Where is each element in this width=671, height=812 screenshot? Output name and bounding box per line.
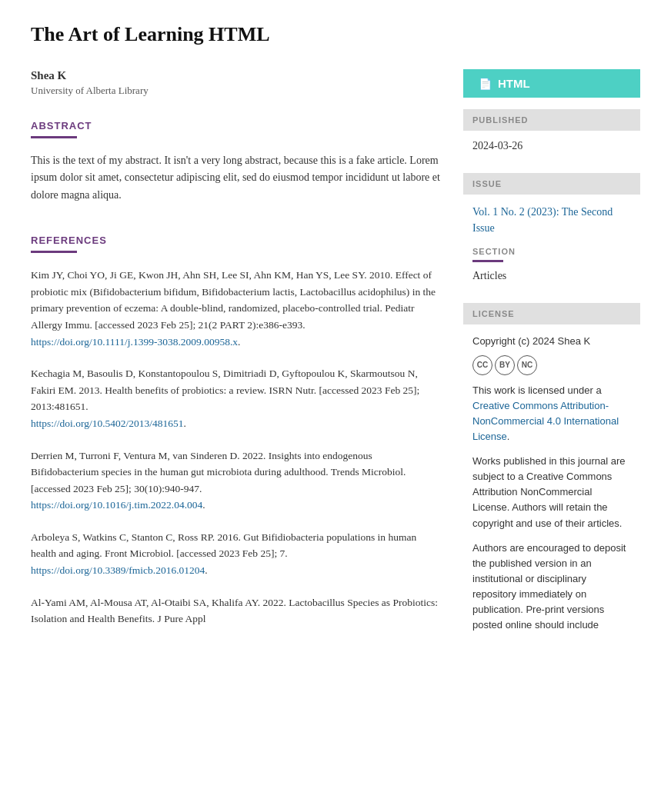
author-name: Shea K <box>31 69 440 82</box>
list-item: Derrien M, Turroni F, Ventura M, van Sin… <box>31 448 440 514</box>
issue-link[interactable]: Vol. 1 No. 2 (2023): The Second Issue <box>472 206 613 234</box>
reference-text-2: Kechagia M, Basoulis D, Konstantopoulou … <box>31 368 419 412</box>
html-download-button[interactable]: 📄 HTML <box>463 69 640 98</box>
abstract-underline <box>31 136 77 138</box>
license-heading: LICENSE <box>463 303 640 324</box>
references-section: REFERENCES Kim JY, Choi YO, Ji GE, Kwon … <box>31 235 440 627</box>
file-icon: 📄 <box>479 78 492 90</box>
license-intro-paragraph: This work is licensed under a Creative C… <box>472 383 631 445</box>
page-title: The Art of Learning HTML <box>31 23 640 46</box>
list-item: Kechagia M, Basoulis D, Konstantopoulou … <box>31 365 440 431</box>
author-section: Shea K University of Alberta Library <box>31 69 440 97</box>
list-item: Kim JY, Choi YO, Ji GE, Kwon JH, Ahn SH,… <box>31 267 440 350</box>
right-sidebar: 📄 HTML PUBLISHED 2024-03-26 ISSUE Vol. 1… <box>463 69 640 662</box>
reference-text-5: Al-Yami AM, Al-Mousa AT, Al-Otaibi SA, K… <box>31 597 438 625</box>
reference-doi-2[interactable]: https://doi.org/10.5402/2013/481651 <box>31 418 184 429</box>
left-column: Shea K University of Alberta Library ABS… <box>31 69 440 662</box>
published-heading: PUBLISHED <box>463 109 640 131</box>
list-item: Arboleya S, Watkins C, Stanton C, Ross R… <box>31 529 440 579</box>
author-affiliation: University of Alberta Library <box>31 85 440 97</box>
published-card: PUBLISHED 2024-03-26 <box>463 109 640 161</box>
references-underline <box>31 251 77 253</box>
issue-card: ISSUE Vol. 1 No. 2 (2023): The Second Is… <box>463 173 640 291</box>
license-link[interactable]: Creative Commons Attribution-NonCommerci… <box>472 400 619 442</box>
reference-text-1: Kim JY, Choi YO, Ji GE, Kwon JH, Ahn SH,… <box>31 269 436 331</box>
section-heading: SECTION <box>472 247 631 256</box>
cc-icon: CC <box>472 355 492 375</box>
nc-icon: NC <box>517 355 537 375</box>
section-divider <box>472 260 503 262</box>
reference-doi-1[interactable]: https://doi.org/10.1111/j.1399-3038.2009… <box>31 336 238 348</box>
abstract-heading: ABSTRACT <box>31 120 440 131</box>
section-value: Articles <box>472 270 631 282</box>
abstract-text: This is the text of my abstract. It isn'… <box>31 152 440 204</box>
abstract-section: ABSTRACT This is the text of my abstract… <box>31 120 440 204</box>
reference-doi-3[interactable]: https://doi.org/10.1016/j.tim.2022.04.00… <box>31 499 202 511</box>
license-card: LICENSE Copyright (c) 2024 Shea K CC BY … <box>463 303 640 651</box>
by-icon: BY <box>495 355 515 375</box>
list-item: Al-Yami AM, Al-Mousa AT, Al-Otaibi SA, K… <box>31 594 440 627</box>
license-para3: Authors are encouraged to deposit the pu… <box>472 541 631 634</box>
html-button-label: HTML <box>498 77 530 90</box>
references-heading: REFERENCES <box>31 235 440 246</box>
reference-text-3: Derrien M, Turroni F, Ventura M, van Sin… <box>31 450 406 494</box>
copyright-text: Copyright (c) 2024 Shea K <box>472 334 631 349</box>
cc-icons: CC BY NC <box>472 355 631 375</box>
issue-heading: ISSUE <box>463 173 640 195</box>
reference-text-4: Arboleya S, Watkins C, Stanton C, Ross R… <box>31 531 416 560</box>
reference-doi-4[interactable]: https://doi.org/10.3389/fmicb.2016.01204 <box>31 564 205 576</box>
license-para2: Works published in this journal are subj… <box>472 454 631 531</box>
published-date: 2024-03-26 <box>472 140 631 152</box>
